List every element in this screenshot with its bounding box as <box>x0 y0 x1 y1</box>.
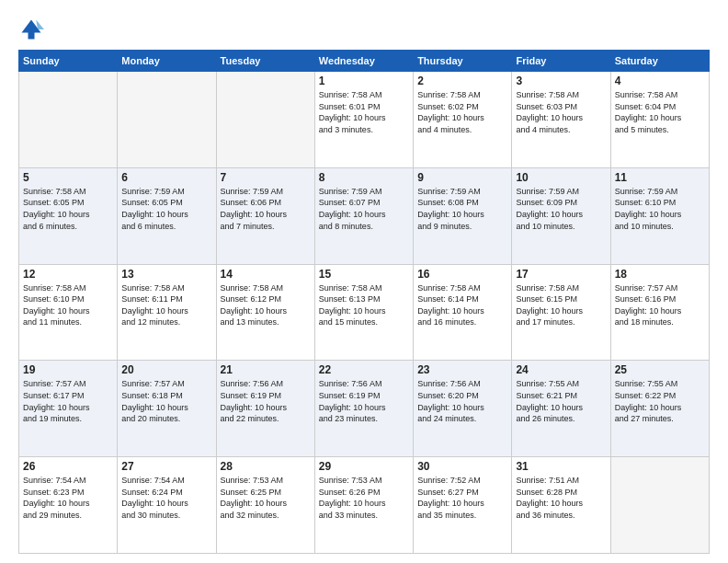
calendar-cell: 23Sunrise: 7:56 AM Sunset: 6:20 PM Dayli… <box>414 361 512 457</box>
day-info: Sunrise: 7:57 AM Sunset: 6:16 PM Dayligh… <box>615 282 705 328</box>
weekday-header-monday: Monday <box>118 51 216 72</box>
day-info: Sunrise: 7:56 AM Sunset: 6:20 PM Dayligh… <box>417 378 507 424</box>
day-number: 31 <box>516 460 606 473</box>
day-info: Sunrise: 7:58 AM Sunset: 6:05 PM Dayligh… <box>23 186 113 232</box>
day-info: Sunrise: 7:59 AM Sunset: 6:08 PM Dayligh… <box>417 186 507 232</box>
weekday-header-sunday: Sunday <box>19 51 118 72</box>
calendar-cell: 29Sunrise: 7:53 AM Sunset: 6:26 PM Dayli… <box>314 457 413 554</box>
day-number: 1 <box>319 75 409 87</box>
day-number: 13 <box>121 268 211 281</box>
day-info: Sunrise: 7:54 AM Sunset: 6:24 PM Dayligh… <box>121 475 211 521</box>
day-number: 11 <box>615 171 705 184</box>
day-info: Sunrise: 7:56 AM Sunset: 6:19 PM Dayligh… <box>319 378 409 424</box>
calendar-cell: 7Sunrise: 7:59 AM Sunset: 6:06 PM Daylig… <box>216 167 314 264</box>
weekday-header-friday: Friday <box>512 51 610 72</box>
header <box>18 17 710 42</box>
calendar-cell: 5Sunrise: 7:58 AM Sunset: 6:05 PM Daylig… <box>19 167 118 264</box>
calendar-cell: 19Sunrise: 7:57 AM Sunset: 6:17 PM Dayli… <box>19 361 118 457</box>
calendar-cell: 27Sunrise: 7:54 AM Sunset: 6:24 PM Dayli… <box>118 457 216 554</box>
day-info: Sunrise: 7:57 AM Sunset: 6:17 PM Dayligh… <box>23 378 113 424</box>
day-info: Sunrise: 7:56 AM Sunset: 6:19 PM Dayligh… <box>221 378 311 424</box>
calendar-cell: 12Sunrise: 7:58 AM Sunset: 6:10 PM Dayli… <box>19 264 118 361</box>
calendar-cell: 3Sunrise: 7:58 AM Sunset: 6:03 PM Daylig… <box>512 72 610 168</box>
calendar-cell: 18Sunrise: 7:57 AM Sunset: 6:16 PM Dayli… <box>610 264 709 361</box>
calendar-cell: 31Sunrise: 7:51 AM Sunset: 6:28 PM Dayli… <box>512 457 610 554</box>
day-number: 14 <box>221 268 311 281</box>
calendar-table: SundayMondayTuesdayWednesdayThursdayFrid… <box>18 50 710 554</box>
calendar-week-2: 5Sunrise: 7:58 AM Sunset: 6:05 PM Daylig… <box>19 167 710 264</box>
calendar-cell: 20Sunrise: 7:57 AM Sunset: 6:18 PM Dayli… <box>118 361 216 457</box>
calendar-cell <box>610 457 709 554</box>
day-info: Sunrise: 7:59 AM Sunset: 6:07 PM Dayligh… <box>319 186 409 232</box>
day-info: Sunrise: 7:58 AM Sunset: 6:12 PM Dayligh… <box>221 282 311 328</box>
calendar-cell: 13Sunrise: 7:58 AM Sunset: 6:11 PM Dayli… <box>118 264 216 361</box>
calendar-cell: 30Sunrise: 7:52 AM Sunset: 6:27 PM Dayli… <box>414 457 512 554</box>
calendar-cell: 25Sunrise: 7:55 AM Sunset: 6:22 PM Dayli… <box>610 361 709 457</box>
day-info: Sunrise: 7:59 AM Sunset: 6:10 PM Dayligh… <box>615 186 705 232</box>
day-info: Sunrise: 7:53 AM Sunset: 6:25 PM Dayligh… <box>221 475 311 521</box>
calendar-cell: 16Sunrise: 7:58 AM Sunset: 6:14 PM Dayli… <box>414 264 512 361</box>
calendar-cell <box>19 72 118 168</box>
calendar-cell: 21Sunrise: 7:56 AM Sunset: 6:19 PM Dayli… <box>216 361 314 457</box>
weekday-header-tuesday: Tuesday <box>216 51 314 72</box>
logo <box>18 17 48 42</box>
day-number: 5 <box>23 171 113 184</box>
day-info: Sunrise: 7:54 AM Sunset: 6:23 PM Dayligh… <box>23 475 113 521</box>
day-number: 21 <box>221 363 311 376</box>
day-info: Sunrise: 7:58 AM Sunset: 6:03 PM Dayligh… <box>516 89 606 135</box>
day-number: 9 <box>417 171 507 184</box>
calendar-cell: 15Sunrise: 7:58 AM Sunset: 6:13 PM Dayli… <box>314 264 413 361</box>
calendar-cell: 14Sunrise: 7:58 AM Sunset: 6:12 PM Dayli… <box>216 264 314 361</box>
calendar-cell: 8Sunrise: 7:59 AM Sunset: 6:07 PM Daylig… <box>314 167 413 264</box>
logo-icon <box>18 17 44 42</box>
day-number: 26 <box>23 460 113 473</box>
weekday-header-wednesday: Wednesday <box>314 51 413 72</box>
calendar-cell: 6Sunrise: 7:59 AM Sunset: 6:05 PM Daylig… <box>118 167 216 264</box>
calendar-cell: 28Sunrise: 7:53 AM Sunset: 6:25 PM Dayli… <box>216 457 314 554</box>
day-info: Sunrise: 7:58 AM Sunset: 6:13 PM Dayligh… <box>319 282 409 328</box>
calendar-cell <box>216 72 314 168</box>
day-number: 4 <box>615 75 705 87</box>
day-number: 18 <box>615 268 705 281</box>
day-number: 15 <box>319 268 409 281</box>
day-number: 23 <box>417 363 507 376</box>
calendar-cell: 9Sunrise: 7:59 AM Sunset: 6:08 PM Daylig… <box>414 167 512 264</box>
day-info: Sunrise: 7:58 AM Sunset: 6:15 PM Dayligh… <box>516 282 606 328</box>
day-number: 20 <box>121 363 211 376</box>
calendar-cell <box>118 72 216 168</box>
day-number: 3 <box>516 75 606 87</box>
day-number: 28 <box>221 460 311 473</box>
calendar-cell: 2Sunrise: 7:58 AM Sunset: 6:02 PM Daylig… <box>414 72 512 168</box>
day-info: Sunrise: 7:57 AM Sunset: 6:18 PM Dayligh… <box>121 378 211 424</box>
day-info: Sunrise: 7:59 AM Sunset: 6:05 PM Dayligh… <box>121 186 211 232</box>
day-info: Sunrise: 7:58 AM Sunset: 6:10 PM Dayligh… <box>23 282 113 328</box>
day-info: Sunrise: 7:55 AM Sunset: 6:21 PM Dayligh… <box>516 378 606 424</box>
day-info: Sunrise: 7:59 AM Sunset: 6:09 PM Dayligh… <box>516 186 606 232</box>
day-number: 12 <box>23 268 113 281</box>
calendar-week-3: 12Sunrise: 7:58 AM Sunset: 6:10 PM Dayli… <box>19 264 710 361</box>
calendar-cell: 1Sunrise: 7:58 AM Sunset: 6:01 PM Daylig… <box>314 72 413 168</box>
calendar-cell: 26Sunrise: 7:54 AM Sunset: 6:23 PM Dayli… <box>19 457 118 554</box>
day-number: 25 <box>615 363 705 376</box>
calendar-week-4: 19Sunrise: 7:57 AM Sunset: 6:17 PM Dayli… <box>19 361 710 457</box>
calendar-cell: 17Sunrise: 7:58 AM Sunset: 6:15 PM Dayli… <box>512 264 610 361</box>
day-number: 30 <box>417 460 507 473</box>
day-info: Sunrise: 7:51 AM Sunset: 6:28 PM Dayligh… <box>516 475 606 521</box>
weekday-header-thursday: Thursday <box>414 51 512 72</box>
day-number: 24 <box>516 363 606 376</box>
day-info: Sunrise: 7:58 AM Sunset: 6:02 PM Dayligh… <box>417 89 507 135</box>
day-info: Sunrise: 7:52 AM Sunset: 6:27 PM Dayligh… <box>417 475 507 521</box>
day-info: Sunrise: 7:55 AM Sunset: 6:22 PM Dayligh… <box>615 378 705 424</box>
day-info: Sunrise: 7:58 AM Sunset: 6:01 PM Dayligh… <box>319 89 409 135</box>
day-number: 6 <box>121 171 211 184</box>
day-number: 16 <box>417 268 507 281</box>
weekday-header-saturday: Saturday <box>610 51 709 72</box>
day-number: 8 <box>319 171 409 184</box>
day-info: Sunrise: 7:58 AM Sunset: 6:14 PM Dayligh… <box>417 282 507 328</box>
calendar-week-5: 26Sunrise: 7:54 AM Sunset: 6:23 PM Dayli… <box>19 457 710 554</box>
calendar-cell: 11Sunrise: 7:59 AM Sunset: 6:10 PM Dayli… <box>610 167 709 264</box>
day-number: 7 <box>221 171 311 184</box>
calendar-cell: 4Sunrise: 7:58 AM Sunset: 6:04 PM Daylig… <box>610 72 709 168</box>
calendar-cell: 10Sunrise: 7:59 AM Sunset: 6:09 PM Dayli… <box>512 167 610 264</box>
weekday-header-row: SundayMondayTuesdayWednesdayThursdayFrid… <box>19 51 710 72</box>
